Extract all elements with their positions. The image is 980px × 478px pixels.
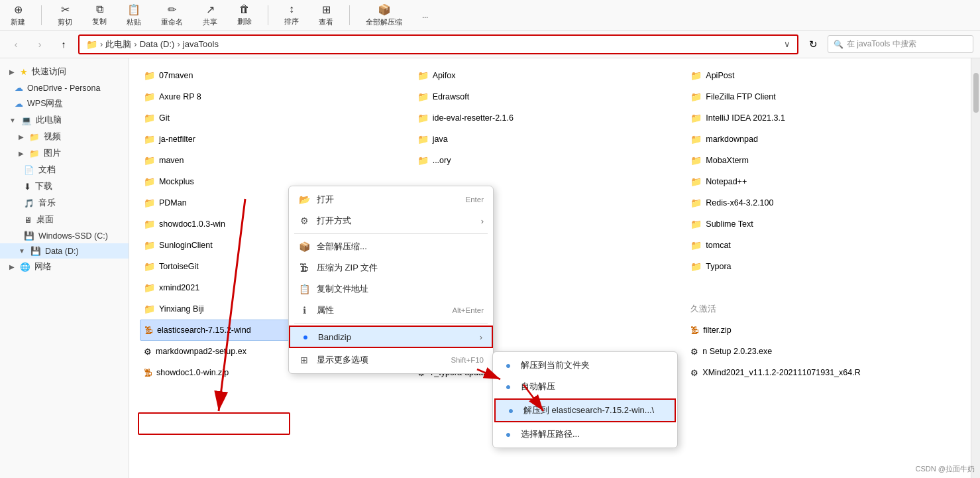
sidebar-item-ddrive[interactable]: ▼ 💾 Data (D:)	[0, 243, 129, 259]
rename-icon: ✏	[168, 3, 176, 16]
sidebar-item-pictures[interactable]: ▶ 📁 图片	[0, 145, 129, 162]
auto-extract-icon: ●	[502, 381, 514, 392]
new-icon: ⊕	[14, 3, 23, 16]
file-item[interactable]: 📁...ory	[413, 150, 687, 171]
toolbar-extract[interactable]: 📦 全部解压缩	[362, 1, 406, 29]
search-icon: 🔍	[834, 40, 844, 49]
toolbar-view[interactable]: ⊞ 查看	[315, 1, 337, 29]
file-item[interactable]: 📁Apifox	[413, 65, 687, 86]
file-item[interactable]: 📁maven	[140, 150, 413, 171]
file-item[interactable]: 📁IntelliJ IDEA 2021.3.1	[686, 107, 960, 129]
ctx-extract-all[interactable]: 📦 全部解压缩...	[289, 236, 493, 257]
sidebar-item-downloads[interactable]: ⬇ 下载	[0, 178, 129, 195]
file-item[interactable]: 📁Edrawsoft	[413, 86, 687, 107]
docs-icon: 📄	[24, 165, 34, 175]
sidebar-item-docs[interactable]: 📄 文档	[0, 162, 129, 178]
choose-path-icon: ●	[502, 429, 514, 440]
toolbar-rename[interactable]: ✏ 重命名	[157, 1, 187, 29]
sidebar-item-wps[interactable]: ☁ WPS网盘	[0, 95, 129, 112]
sidebar-item-video[interactable]: ▶ 📁 视频	[0, 129, 129, 145]
bandizip-submenu: ● 解压到当前文件夹 ● 自动解压 ● 解压到 elasticsearch-7.…	[492, 351, 678, 448]
file-item[interactable]: 📁markdownpad	[686, 129, 960, 150]
sort-icon: ↕	[289, 3, 294, 15]
ctx-open[interactable]: 📂 打开 Enter	[289, 189, 493, 210]
file-item[interactable]: 📁Git	[140, 107, 413, 129]
refresh-button[interactable]: ↻	[804, 35, 822, 54]
file-item[interactable]: 📁Axure RP 8	[140, 86, 413, 107]
toolbar-new[interactable]: ⊕ 新建	[7, 1, 29, 29]
toolbar-divider-1	[41, 5, 42, 25]
toolbar-divider-3	[349, 5, 350, 25]
context-menu: 📂 打开 Enter ⚙ 打开方式 › 📦 全部解压缩... 🗜 压缩为 ZIP…	[288, 186, 494, 374]
toolbar-sort[interactable]: ↕ 排序	[280, 1, 303, 29]
expand-icon: ▶	[19, 150, 24, 157]
folder-icon: 📁	[690, 113, 702, 123]
ctx-open-with[interactable]: ⚙ 打开方式 ›	[289, 210, 493, 231]
file-item[interactable]: 📁MobaXterm	[686, 150, 960, 171]
folder-icon: 📁	[690, 70, 702, 81]
ctx-compress-zip[interactable]: 🗜 压缩为 ZIP 文件	[289, 257, 493, 278]
ctx-more-options[interactable]: ⊞ 显示更多选项 Shift+F10	[289, 349, 493, 371]
file-item[interactable]: 📁Redis-x64-3.2.100	[686, 192, 960, 213]
folder-icon: 📁	[417, 155, 429, 166]
up-button[interactable]: ↑	[54, 35, 73, 54]
sidebar-item-cdrive[interactable]: 💾 Windows-SSD (C:)	[0, 228, 129, 243]
expand-icon: ▶	[19, 133, 24, 141]
ctx-properties[interactable]: ℹ 属性 Alt+Enter	[289, 300, 493, 321]
file-item[interactable]: ⚙XMind2021_v11.1.2-202111071931_x64.R	[686, 362, 960, 383]
forward-button[interactable]: ›	[30, 35, 49, 54]
scrollbar[interactable]	[971, 58, 980, 478]
address-path[interactable]: 📁 › 此电脑 › Data (D:) › javaTools ∨	[78, 34, 798, 54]
sidebar-item-thispc[interactable]: ▼ 💻 此电脑	[0, 112, 129, 129]
extract-all-icon: 📦	[298, 241, 310, 252]
folder-icon: 📁	[144, 113, 155, 123]
file-item[interactable]: 📁ide-eval-resetter-2.1.6	[413, 107, 687, 129]
watermark: CSDN @拉面牛奶	[916, 464, 975, 474]
folder-icon: 📁	[417, 134, 429, 145]
file-item[interactable]	[686, 277, 960, 298]
toolbar-paste[interactable]: 📋 粘贴	[123, 1, 145, 29]
toolbar-cut[interactable]: ✂ 剪切	[54, 1, 76, 29]
sub-extract-to-folder[interactable]: ● 解压到 elasticsearch-7.15.2-win...\	[494, 398, 676, 422]
scrollbar-thumb[interactable]	[973, 73, 979, 113]
open-icon: 📂	[298, 194, 310, 205]
delete-icon: 🗑	[239, 3, 250, 15]
toolbar-more[interactable]: ...	[418, 9, 432, 21]
folder-icon: 📁	[144, 198, 155, 208]
file-item[interactable]: 📁Notepad++	[686, 171, 960, 192]
properties-icon: ℹ	[298, 305, 310, 316]
file-item[interactable]: 📁tomcat	[686, 235, 960, 256]
sub-extract-here[interactable]: ● 解压到当前文件夹	[493, 355, 677, 376]
network-icon: 🌐	[20, 262, 30, 272]
path-dropdown[interactable]: ∨	[784, 39, 790, 49]
ctx-bandizip[interactable]: ● Bandizip ›	[289, 326, 493, 348]
sub-auto-extract[interactable]: ● 自动解压	[493, 376, 677, 397]
file-item[interactable]: 📁ApiPost	[686, 65, 960, 86]
toolbar-share[interactable]: ↗ 共享	[199, 1, 221, 29]
file-item[interactable]: 📁java	[413, 129, 687, 150]
file-item[interactable]: 📁Sublime Text	[686, 213, 960, 235]
sidebar-item-network[interactable]: ▶ 🌐 网络	[0, 259, 129, 275]
file-item[interactable]: ⚙n Setup 2.0.23.exe	[686, 341, 960, 362]
more-options-icon: ⊞	[298, 355, 310, 365]
file-item[interactable]: 🗜filter.zip	[686, 320, 960, 341]
paste-icon: 📋	[127, 3, 140, 16]
folder-icon: 📁	[417, 70, 429, 81]
file-item[interactable]: 久激活	[686, 298, 960, 320]
toolbar-copy[interactable]: ⧉ 复制	[88, 1, 111, 29]
file-item[interactable]: 📁Typora	[686, 256, 960, 277]
sidebar-item-music[interactable]: 🎵 音乐	[0, 195, 129, 211]
sidebar-item-desktop[interactable]: 🖥 桌面	[0, 211, 129, 228]
file-item[interactable]: 📁ja-netfilter	[140, 129, 413, 150]
search-box[interactable]: 🔍 在 javaTools 中搜索	[828, 35, 973, 53]
back-button[interactable]: ‹	[7, 35, 25, 54]
file-item[interactable]: 📁07maven	[140, 65, 413, 86]
sidebar-item-onedrive[interactable]: ☁ OneDrive - Persona	[0, 80, 129, 95]
cdrive-icon: 💾	[24, 231, 34, 241]
toolbar-delete[interactable]: 🗑 删除	[233, 1, 256, 29]
folder-icon: 📁	[86, 39, 97, 50]
ctx-copy-path[interactable]: 📋 复制文件地址	[289, 278, 493, 300]
file-item[interactable]: 📁FileZilla FTP Client	[686, 86, 960, 107]
sidebar-item-quick-access[interactable]: ▶ ★ 快速访问	[0, 64, 129, 80]
sub-choose-path[interactable]: ● 选择解压路径...	[493, 424, 677, 445]
